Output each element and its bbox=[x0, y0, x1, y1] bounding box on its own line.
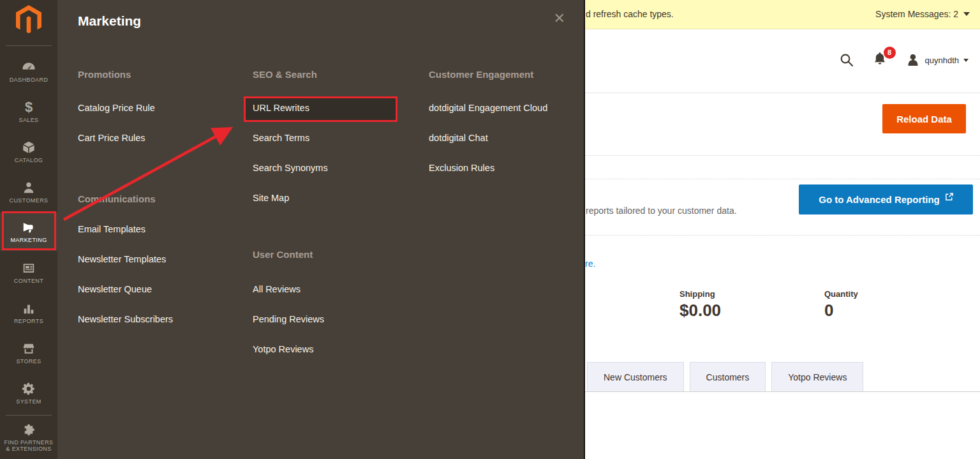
tabs-divider bbox=[585, 391, 980, 392]
close-icon[interactable]: ✕ bbox=[554, 11, 565, 26]
shipping-value: $0.00 bbox=[679, 301, 721, 320]
menu-item-newsletter-subscribers[interactable]: Newsletter Subscribers bbox=[78, 314, 173, 324]
search-icon[interactable] bbox=[839, 52, 854, 68]
chevron-down-icon bbox=[963, 12, 970, 16]
magento-admin-screen: d refresh cache types. System Messages: … bbox=[0, 0, 980, 459]
sidebar-item-dashboard[interactable]: DASHBOARD bbox=[0, 52, 57, 91]
section-title-seo-search: SEO & Search bbox=[253, 69, 317, 80]
quantity-value: 0 bbox=[824, 301, 858, 320]
menu-item-exclusion-rules[interactable]: Exclusion Rules bbox=[429, 163, 494, 173]
flyout-title: Marketing bbox=[78, 13, 141, 29]
menu-item-search-synonyms[interactable]: Search Synonyms bbox=[253, 163, 328, 173]
menu-item-newsletter-templates[interactable]: Newsletter Templates bbox=[78, 254, 166, 264]
section-title-communications: Communications bbox=[78, 193, 156, 204]
shipping-stat: Shipping $0.00 bbox=[679, 289, 721, 320]
sidebar-divider bbox=[6, 415, 52, 416]
cache-notice-text: d refresh cache types. bbox=[586, 9, 674, 19]
menu-item-pending-reviews[interactable]: Pending Reviews bbox=[253, 314, 324, 324]
sidebar-item-marketing[interactable]: MARKETING bbox=[0, 213, 57, 251]
menu-item-email-templates[interactable]: Email Templates bbox=[78, 224, 145, 234]
section-title-promotions: Promotions bbox=[78, 69, 131, 80]
external-link-icon bbox=[945, 193, 953, 201]
storefront-icon bbox=[22, 342, 36, 356]
dashboard-tabs: New Customers Customers Yotpo Reviews bbox=[587, 362, 863, 392]
bar-chart-icon bbox=[22, 301, 36, 315]
section-title-user-content: User Content bbox=[253, 249, 313, 260]
menu-item-yotpo-reviews[interactable]: Yotpo Reviews bbox=[253, 344, 313, 354]
sidebar-item-reports[interactable]: REPORTS bbox=[0, 294, 57, 332]
window-icon bbox=[22, 261, 36, 275]
menu-item-newsletter-queue[interactable]: Newsletter Queue bbox=[78, 284, 152, 294]
system-messages-toggle[interactable]: System Messages: 2 bbox=[875, 9, 970, 19]
tab-yotpo-reviews[interactable]: Yotpo Reviews bbox=[771, 362, 863, 392]
menu-item-dotdigital-engagement-cloud[interactable]: dotdigital Engagement Cloud bbox=[429, 103, 547, 113]
dashboard-icon bbox=[22, 60, 36, 74]
gear-icon bbox=[22, 382, 36, 396]
divider bbox=[585, 155, 980, 156]
advanced-reporting-description: reports tailored to your customer data. bbox=[586, 206, 737, 216]
user-icon bbox=[905, 52, 921, 68]
sidebar-item-customers[interactable]: CUSTOMERS bbox=[0, 173, 57, 211]
sidebar-item-stores[interactable]: STORES bbox=[0, 334, 57, 372]
sidebar-item-catalog[interactable]: CATALOG bbox=[0, 133, 57, 171]
notification-count-badge: 8 bbox=[884, 47, 896, 59]
menu-item-all-reviews[interactable]: All Reviews bbox=[253, 284, 301, 294]
sidebar-item-sales[interactable]: $ SALES bbox=[0, 93, 57, 131]
menu-item-cart-price-rules[interactable]: Cart Price Rules bbox=[78, 133, 145, 143]
sidebar-divider bbox=[6, 45, 52, 46]
marketing-flyout-menu: Marketing ✕ Promotions Catalog Price Rul… bbox=[57, 0, 585, 459]
reload-data-button[interactable]: Reload Data bbox=[882, 104, 966, 133]
dollar-icon: $ bbox=[25, 100, 33, 114]
menu-item-search-terms[interactable]: Search Terms bbox=[253, 133, 309, 143]
go-to-advanced-reporting-button[interactable]: Go to Advanced Reporting bbox=[799, 184, 973, 214]
magento-logo[interactable] bbox=[0, 5, 57, 34]
menu-item-url-rewrites[interactable]: URL Rewrites bbox=[253, 103, 309, 113]
system-messages-label: System Messages: 2 bbox=[875, 9, 958, 19]
tab-new-customers[interactable]: New Customers bbox=[587, 362, 684, 392]
megaphone-icon bbox=[22, 220, 36, 234]
puzzle-icon bbox=[22, 423, 36, 437]
divider bbox=[585, 179, 980, 179]
menu-item-catalog-price-rule[interactable]: Catalog Price Rule bbox=[78, 103, 155, 113]
notifications-button[interactable]: 8 bbox=[872, 51, 887, 69]
menu-item-dotdigital-chat[interactable]: dotdigital Chat bbox=[429, 133, 488, 143]
account-menu[interactable]: quynhdth bbox=[905, 52, 969, 68]
admin-sidebar: DASHBOARD $ SALES CATALOG bbox=[0, 0, 57, 459]
box-icon bbox=[22, 140, 36, 154]
sidebar-item-find-partners[interactable]: FIND PARTNERS & EXTENSIONS bbox=[0, 419, 57, 456]
sidebar-item-content[interactable]: CONTENT bbox=[0, 253, 57, 292]
shipping-label: Shipping bbox=[679, 289, 721, 299]
menu-item-site-map[interactable]: Site Map bbox=[253, 193, 289, 203]
chart-link-partial[interactable]: re. bbox=[585, 259, 595, 269]
quantity-stat: Quantity 0 bbox=[824, 289, 858, 320]
chevron-down-icon bbox=[963, 59, 969, 62]
person-icon bbox=[22, 181, 36, 195]
section-title-customer-engagement: Customer Engagement bbox=[429, 69, 533, 80]
quantity-label: Quantity bbox=[824, 289, 858, 299]
username: quynhdth bbox=[925, 56, 960, 65]
tab-customers[interactable]: Customers bbox=[690, 362, 766, 392]
divider bbox=[585, 235, 980, 236]
sidebar-item-system[interactable]: SYSTEM bbox=[0, 374, 57, 412]
